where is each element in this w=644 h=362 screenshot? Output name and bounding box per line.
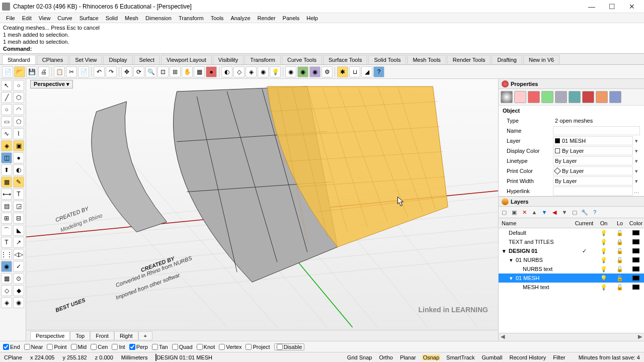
trim-icon[interactable]: ◢	[361, 66, 372, 77]
redo-icon[interactable]: ↷	[106, 66, 117, 77]
revolve-icon[interactable]: ◐	[13, 164, 24, 175]
light-icon[interactable]: 💡	[270, 66, 281, 77]
tab-mesh-tools[interactable]: Mesh Tools	[407, 55, 446, 64]
status-ortho[interactable]: Ortho	[378, 354, 394, 360]
circle-icon[interactable]: ○	[1, 104, 12, 115]
rectangle-icon[interactable]: ▭	[1, 116, 12, 127]
prop-material-icon[interactable]	[514, 91, 526, 103]
maximize-button[interactable]: ☐	[602, 1, 622, 13]
pan-icon[interactable]: ✋	[182, 66, 193, 77]
osnap-near[interactable]: Near	[24, 344, 43, 350]
vtab-right[interactable]: Right	[114, 331, 138, 340]
lasso-icon[interactable]: ○	[13, 80, 24, 91]
chevron-down-icon[interactable]: ▾	[66, 81, 69, 87]
check-icon[interactable]: ✓	[13, 261, 24, 272]
move-left-icon[interactable]: ◀	[550, 208, 558, 216]
text2-icon[interactable]: T	[1, 237, 12, 248]
prop-isocurve-icon[interactable]	[582, 91, 594, 103]
tab-drafting[interactable]: Drafting	[492, 55, 522, 64]
menu-help[interactable]: Help	[303, 14, 321, 22]
prop-hyperlink[interactable]: Hyperlink …	[499, 186, 644, 196]
layerprops-icon[interactable]: ▢	[571, 208, 579, 216]
dim-icon[interactable]: ⟷	[1, 189, 12, 200]
menu-solid[interactable]: Solid	[103, 14, 121, 22]
print-icon[interactable]: 🖨	[38, 66, 49, 77]
shade-icon[interactable]: ◐	[221, 66, 232, 77]
osnap-int[interactable]: Int	[112, 344, 125, 350]
osnap-perp[interactable]: Perp	[129, 344, 148, 350]
undo-icon[interactable]: ↶	[94, 66, 105, 77]
layer-list[interactable]: Default 💡 🔓 TEXT and TITLES 💡 🔒 ▾DESIGN …	[499, 228, 644, 333]
polyline-icon[interactable]: ⬡	[13, 92, 24, 103]
menu-mesh[interactable]: Mesh	[122, 14, 141, 22]
menu-edit[interactable]: Edit	[19, 14, 35, 22]
vtab-add[interactable]: +	[138, 331, 152, 340]
menu-analyze[interactable]: Analyze	[227, 14, 253, 22]
group-icon[interactable]: ⊞	[1, 213, 12, 224]
snap-icon[interactable]: ⊙	[13, 273, 24, 284]
osnap-cen[interactable]: Cen	[91, 344, 108, 350]
osnap-project[interactable]: Project	[246, 344, 270, 350]
prop-name[interactable]: Name	[499, 126, 644, 136]
layer-row[interactable]: NURBS text 💡 🔓	[499, 264, 644, 274]
zoom-extents-icon[interactable]: ⊡	[157, 66, 169, 77]
layer-row[interactable]: ▾01 NURBS 💡 🔓	[499, 255, 644, 264]
status-layer[interactable]: DESIGN 01::01 MESH	[154, 354, 213, 360]
mirror-icon[interactable]: ◁▷	[13, 249, 24, 260]
status-gridsnap[interactable]: Grid Snap	[346, 354, 373, 360]
tab-new-v6[interactable]: New in V6	[523, 55, 559, 64]
render-icon[interactable]: ●	[206, 66, 217, 77]
prop-decal-icon[interactable]	[541, 91, 553, 103]
viewport[interactable]: Perspective ▾	[26, 79, 498, 341]
tab-cplanes[interactable]: CPlanes	[37, 55, 69, 64]
ghosted-icon[interactable]: ◈	[246, 66, 257, 77]
menu-panels[interactable]: Panels	[280, 14, 303, 22]
prop-render-icon[interactable]	[569, 91, 581, 103]
prop-extra-icon[interactable]	[609, 91, 621, 103]
status-cplane[interactable]: CPlane	[3, 354, 23, 360]
osnap-mid[interactable]: Mid	[71, 344, 87, 350]
tool-d-icon[interactable]: ◉	[13, 297, 24, 308]
cut-icon[interactable]: ✂	[66, 66, 77, 77]
menu-tools[interactable]: Tools	[208, 14, 227, 22]
move-icon[interactable]: ✥	[121, 66, 132, 77]
tab-display[interactable]: Display	[103, 55, 132, 64]
zoom-icon[interactable]: 🔍	[145, 66, 156, 77]
status-units[interactable]: Millimeters	[120, 354, 149, 360]
vtab-perspective[interactable]: Perspective	[30, 331, 70, 340]
prop-display-color[interactable]: Display Color By Layer▾	[499, 146, 644, 156]
osnap-quad[interactable]: Quad	[172, 344, 193, 350]
menu-curve[interactable]: Curve	[54, 14, 75, 22]
explode-icon[interactable]: ✱	[337, 66, 348, 77]
tab-curve-tools[interactable]: Curve Tools	[282, 55, 322, 64]
status-filter[interactable]: Filter	[552, 354, 566, 360]
move-up-icon[interactable]: ▲	[530, 208, 538, 216]
help-layer-icon[interactable]: ?	[591, 208, 599, 216]
new-icon[interactable]: 📄	[2, 66, 13, 77]
chamfer-icon[interactable]: ◣	[13, 225, 24, 236]
osnap-knot[interactable]: Knot	[197, 344, 215, 350]
properties-panel-header[interactable]: Properties	[499, 79, 644, 89]
leader-icon[interactable]: ↗	[13, 237, 24, 248]
viewport-label[interactable]: Perspective ▾	[30, 80, 73, 88]
curve-icon[interactable]: ∿	[1, 128, 12, 139]
grid-icon[interactable]: ▦	[1, 273, 12, 284]
prop-linetype[interactable]: Linetype By Layer▾	[499, 156, 644, 166]
wireframe-icon[interactable]: ◇	[233, 66, 245, 77]
layer-row[interactable]: Default 💡 🔓	[499, 228, 644, 237]
tab-standard[interactable]: Standard	[2, 55, 36, 64]
layer-row[interactable]: ▾01 MESH 💡 🔓	[499, 274, 644, 283]
interpcurve-icon[interactable]: ⌇	[13, 128, 24, 139]
surface-icon[interactable]: ◈	[1, 140, 12, 151]
vtab-front[interactable]: Front	[90, 331, 114, 340]
zoom-selected-icon[interactable]: ⊞	[170, 66, 181, 77]
box-icon[interactable]: ◫	[1, 152, 12, 163]
copy-icon[interactable]: 📋	[54, 66, 65, 77]
new-layer-icon[interactable]: ▢	[500, 208, 508, 216]
polygon-icon[interactable]: ⬠	[13, 116, 24, 127]
tools-icon[interactable]: 🔧	[581, 208, 589, 216]
tab-surface-tools[interactable]: Surface Tools	[323, 55, 367, 64]
osnap-vertex[interactable]: Vertex	[219, 344, 242, 350]
open-icon[interactable]: 📂	[14, 66, 25, 77]
viewport-canvas[interactable]: CREATED BY Modeling in Rhino CREATED BY …	[26, 79, 498, 330]
